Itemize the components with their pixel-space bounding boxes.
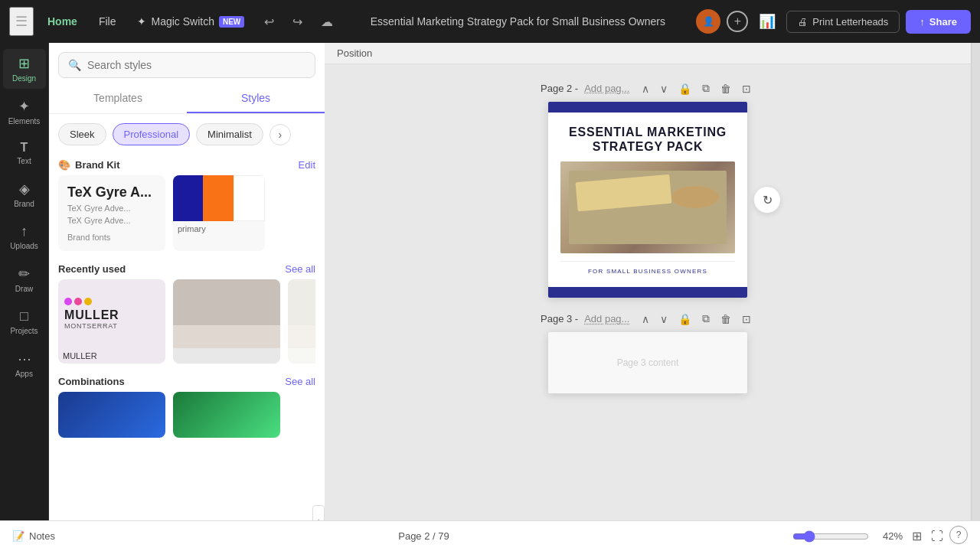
sidebar-item-uploads[interactable]: ↑ Uploads (3, 217, 46, 256)
page2-image (560, 161, 735, 253)
page3-lock[interactable]: 🔒 (675, 310, 695, 328)
page3-collapse-up[interactable]: ∧ (638, 310, 653, 328)
text-icon: T (21, 141, 28, 155)
magic-switch-button[interactable]: ✦ Magic Switch NEW (129, 11, 252, 32)
page2-label: Page 2 - (541, 83, 578, 94)
third-style-card[interactable] (288, 279, 315, 364)
sidebar-icons: ⊞ Design ✦ Elements T Text ◈ Brand ↑ Upl… (0, 43, 49, 520)
share-icon: ↑ (920, 16, 925, 28)
combination-card-1[interactable] (58, 392, 165, 438)
help-button[interactable]: ? (949, 526, 968, 544)
page2-lock[interactable]: 🔒 (675, 80, 695, 97)
brand-fonts-card[interactable]: TeX Gyre A... TeX Gyre Adve... TeX Gyre … (58, 175, 165, 251)
muller-color-dots (64, 298, 159, 305)
brand-font-sub2: TeX Gyre Adve... (67, 216, 156, 225)
page3-more[interactable]: ⊡ (738, 310, 755, 328)
notes-button[interactable]: 📝 Notes (12, 530, 55, 542)
draw-icon: ✏ (18, 266, 30, 282)
page3-toolbar: Page 3 - Add pag... ∧ ∨ 🔒 ⧉ 🗑 ⊡ (541, 310, 755, 328)
brand-kit-title: 🎨 Brand Kit (58, 159, 120, 171)
print-icon: 🖨 (798, 16, 808, 28)
page2-bottom-bar (548, 287, 747, 298)
page2-collapse-down[interactable]: ∨ (656, 80, 671, 97)
print-button[interactable]: 🖨 Print Letterheads (786, 11, 900, 33)
sidebar-label-draw: Draw (15, 285, 33, 293)
muller-subtitle: MONTSERRAT (64, 322, 159, 330)
page3-collapse-down[interactable]: ∨ (656, 310, 671, 328)
tab-styles[interactable]: Styles (187, 84, 325, 113)
combinations-header: Combinations See all (58, 371, 315, 392)
sidebar-item-elements[interactable]: ✦ Elements (3, 92, 46, 132)
redo-button[interactable]: ↪ (286, 10, 309, 34)
page3-label: Page 3 - (541, 313, 578, 324)
search-input[interactable] (87, 59, 305, 71)
hide-panel-button[interactable]: ‹ (312, 505, 325, 520)
page2-content: ESSENTIAL MARKETING STRATEGY PACK FOR SM… (548, 112, 747, 287)
page2-top-bar (548, 102, 747, 112)
zoom-slider[interactable] (792, 530, 869, 543)
sidebar-label-text: Text (17, 157, 31, 165)
page3-add-link[interactable]: Add pag... (584, 313, 629, 324)
zoom-controls: 42% (792, 530, 903, 543)
cloud-save-button[interactable]: ☁ (315, 10, 339, 34)
refresh-style-button[interactable]: ↻ (753, 186, 781, 214)
chip-minimalist[interactable]: Minimalist (196, 123, 263, 145)
sidebar-item-brand[interactable]: ◈ Brand (3, 174, 46, 214)
notes-icon: 📝 (12, 530, 24, 542)
color-primary-label: primary (173, 221, 265, 238)
menu-button[interactable]: ☰ (9, 7, 34, 36)
sidebar-item-apps[interactable]: ⋯ Apps (3, 344, 46, 384)
zoom-label: 42% (875, 530, 903, 542)
page3-design[interactable]: Page 3 content (548, 332, 747, 393)
combination-card-2[interactable] (173, 392, 280, 438)
muller-style-card[interactable]: MULLER MONTSERRAT MULLER (58, 279, 165, 364)
brand-kit-edit-button[interactable]: Edit (299, 159, 315, 171)
brand-kit-icon: 🎨 (58, 159, 70, 171)
stats-button[interactable]: 📊 (754, 8, 780, 34)
page3-delete[interactable]: 🗑 (717, 310, 735, 328)
avatar[interactable]: 👤 (696, 9, 720, 34)
tabs-row: Templates Styles (49, 84, 325, 114)
page2-collapse-up[interactable]: ∧ (638, 80, 653, 97)
page2-design[interactable]: ESSENTIAL MARKETING STRATEGY PACK FOR SM… (548, 102, 747, 298)
page2-add-link[interactable]: Add pag... (584, 83, 629, 94)
recently-used-see-all[interactable]: See all (285, 263, 315, 275)
sidebar-item-design[interactable]: ⊞ Design (3, 49, 46, 89)
brand-color-card[interactable]: primary (173, 175, 265, 251)
page3-copy[interactable]: ⧉ (698, 310, 714, 328)
tab-templates[interactable]: Templates (49, 84, 187, 113)
undo-button[interactable]: ↩ (258, 10, 280, 34)
style-chips: Sleek Professional Minimalist › (49, 114, 325, 152)
brand-kit-header: 🎨 Brand Kit Edit (58, 152, 315, 175)
combinations-see-all[interactable]: See all (285, 376, 315, 387)
new-badge: NEW (219, 16, 244, 28)
panel-scroll: 🎨 Brand Kit Edit TeX Gyre A... TeX Gyre … (49, 152, 325, 520)
grey-style-card[interactable] (173, 279, 280, 364)
file-button[interactable]: File (91, 11, 124, 32)
page2-title: ESSENTIAL MARKETING STRATEGY PACK (560, 125, 735, 154)
page2-delete[interactable]: 🗑 (717, 80, 735, 97)
page2-section: Page 2 - Add pag... ∧ ∨ 🔒 ⧉ 🗑 ⊡ (541, 80, 755, 298)
canvas-scroll[interactable]: Page 2 - Add pag... ∧ ∨ 🔒 ⧉ 🗑 ⊡ (325, 64, 971, 520)
brand-font-name: TeX Gyre A... (67, 184, 156, 201)
add-collaborator-button[interactable]: + (727, 11, 748, 32)
page2-copy[interactable]: ⧉ (698, 80, 714, 97)
grid-view-button[interactable]: ⊞ (909, 526, 925, 546)
magic-switch-icon: ✦ (137, 15, 146, 28)
third-bottom (288, 325, 315, 348)
share-button[interactable]: ↑ Share (906, 10, 971, 34)
chip-sleek[interactable]: Sleek (58, 123, 106, 145)
page2-more[interactable]: ⊡ (738, 80, 755, 97)
fullscreen-button[interactable]: ⛶ (928, 526, 946, 546)
chips-next-arrow[interactable]: › (270, 124, 291, 145)
sidebar-item-draw[interactable]: ✏ Draw (3, 259, 46, 299)
canvas-area: Position Page 2 - Add pag... ∧ ∨ 🔒 ⧉ 🗑 (325, 43, 971, 520)
page3-toolbar-icons: ∧ ∨ 🔒 ⧉ 🗑 ⊡ (638, 310, 755, 328)
sidebar-item-projects[interactable]: □ Projects (3, 302, 46, 341)
home-button[interactable]: Home (40, 11, 85, 32)
chip-professional[interactable]: Professional (113, 123, 191, 145)
sidebar-item-text[interactable]: T Text (3, 135, 46, 171)
right-scrollbar[interactable] (971, 43, 980, 520)
uploads-icon: ↑ (21, 223, 28, 240)
grey-bottom (173, 325, 280, 348)
